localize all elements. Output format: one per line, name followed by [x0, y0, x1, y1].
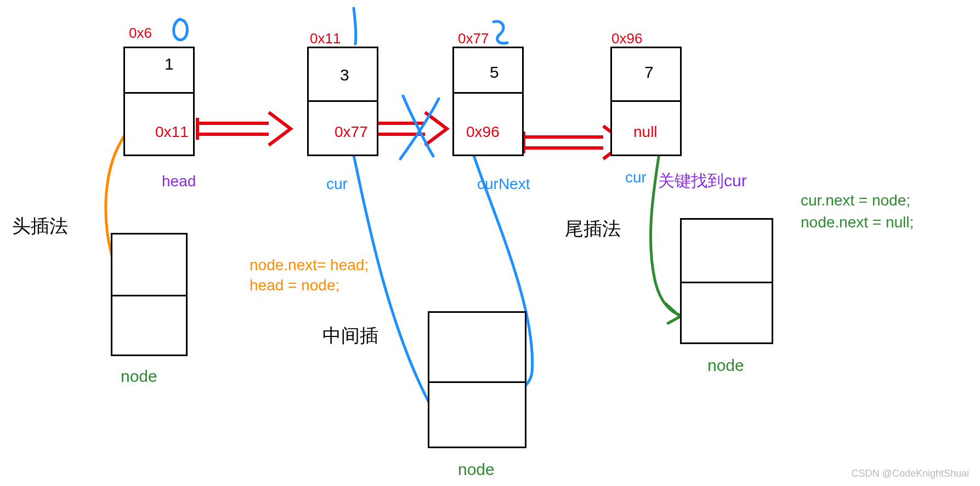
head-insert-code2: head = node; — [250, 277, 339, 294]
tail-insert-title: 尾插法 — [565, 216, 621, 242]
tail-insert-code1: cur.next = node; — [801, 192, 910, 209]
tail-insert-code2: node.next = null; — [801, 214, 914, 231]
tail-insert-node — [680, 218, 773, 344]
head-insert-node — [111, 233, 188, 356]
node2-addr: 0x11 — [310, 30, 341, 47]
node4-label2: 关键找到cur — [658, 170, 747, 192]
node4-val: 7 — [644, 63, 654, 82]
node2-label: cur — [326, 175, 348, 193]
mid-insert-node — [428, 311, 526, 448]
node3-next: 0x96 — [466, 123, 500, 141]
node1-val: 1 — [165, 55, 174, 73]
node1-addr: 0x6 — [129, 25, 152, 42]
mid-insert-node-label: node — [458, 460, 495, 479]
node2-val: 3 — [340, 66, 349, 84]
head-insert-title: 头插法 — [12, 214, 68, 239]
watermark: CSDN @CodeKnightShuai — [852, 468, 969, 479]
node4-label: cur — [625, 169, 647, 186]
tail-insert-node-label: node — [707, 356, 744, 375]
node2-next: 0x77 — [335, 123, 368, 141]
node1-label: head — [162, 173, 196, 190]
node3-addr: 0x77 — [458, 30, 489, 47]
node4-addr: 0x96 — [611, 30, 642, 47]
node1-next: 0x11 — [155, 123, 189, 141]
head-insert-node-label: node — [121, 367, 157, 386]
node3-label: curNext — [477, 175, 530, 193]
node4-next: null — [633, 123, 658, 141]
mid-insert-title: 中间插 — [322, 323, 378, 348]
node3-val: 5 — [490, 63, 499, 82]
head-insert-code1: node.next= head; — [250, 256, 369, 274]
